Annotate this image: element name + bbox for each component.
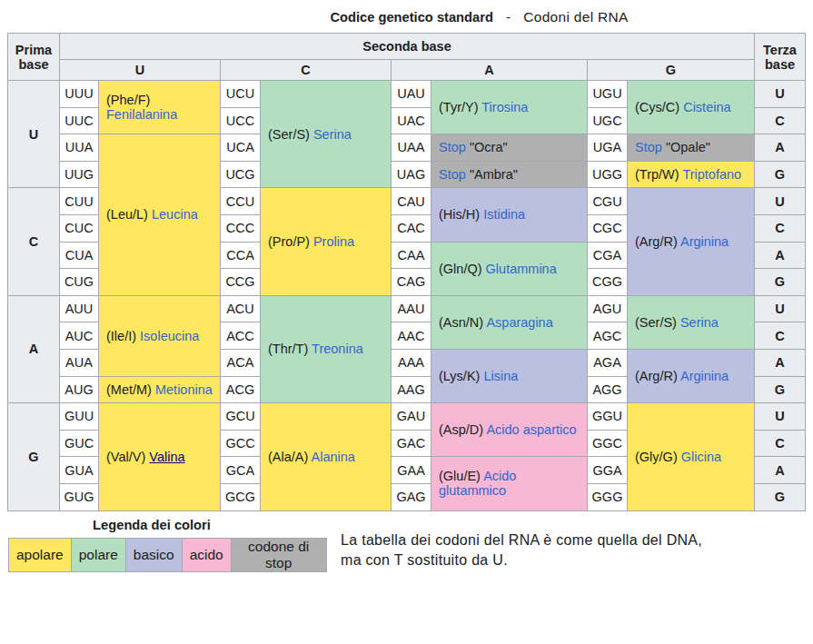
codon-CAC: CAC	[392, 214, 431, 242]
codon-CGU: CGU	[588, 188, 628, 215]
amino-prefix-cys: (Cys/C)	[635, 100, 679, 114]
amino-prefix-phe: (Phe/F)	[106, 93, 150, 107]
amino-link-isoleucina[interactable]: Isoleucina	[140, 329, 199, 343]
amino-cys: (Cys/C) Cisteina	[628, 81, 755, 134]
codon-AUG: AUG	[60, 376, 99, 403]
stop-link-ocra[interactable]: Stop	[439, 140, 466, 154]
amino-prefix-ser2: (Ser/S)	[635, 315, 677, 330]
amino-link-glicina[interactable]: Glicina	[681, 450, 721, 464]
stop-link-opale[interactable]: Stop	[635, 140, 662, 154]
codon-UCG: UCG	[221, 161, 261, 188]
amino-link-istidina[interactable]: Istidina	[483, 207, 525, 222]
amino-prefix-asn: (Asn/N)	[439, 315, 483, 330]
codon-AGG: AGG	[588, 376, 628, 403]
amino-prefix-gly: (Gly/G)	[635, 450, 678, 464]
codon-CUG: CUG	[60, 269, 99, 296]
amino-gly: (Gly/G) Glicina	[628, 403, 755, 510]
amino-link-serina-1[interactable]: Serina	[313, 127, 352, 142]
stop-label-opale: "Opale"	[666, 140, 710, 154]
codon-AGC: AGC	[588, 322, 628, 350]
amino-link-serina-2[interactable]: Serina	[680, 315, 719, 330]
codon-UUC: UUC	[60, 107, 99, 134]
codon-CCA: CCA	[221, 242, 261, 269]
codon-CAA: CAA	[392, 242, 431, 269]
codon-UGC: UGC	[588, 107, 628, 134]
codon-GUU: GUU	[60, 403, 99, 431]
amino-link-treonina[interactable]: Treonina	[312, 342, 363, 356]
page: Codice genetico standard - Codoni del RN…	[0, 0, 813, 644]
amino-link-glutammina[interactable]: Glutammina	[486, 262, 557, 276]
amino-link-arginina-1[interactable]: Arginina	[680, 234, 729, 249]
terza-base-G4: G	[755, 483, 806, 510]
codon-GGG: GGG	[588, 483, 628, 510]
legend-item-acido: acido	[182, 539, 231, 572]
codon-GAC: GAC	[392, 430, 431, 457]
terza-base-A3: A	[755, 349, 806, 376]
codon-UAC: UAC	[392, 107, 431, 134]
codon-AAU: AAU	[392, 295, 431, 322]
page-title: Codice genetico standard - Codoni del RN…	[0, 9, 813, 25]
header-second-A: A	[392, 60, 588, 81]
codon-UUG: UUG	[60, 161, 99, 188]
amino-link-asparagina[interactable]: Asparagina	[486, 315, 552, 330]
codon-CGC: CGC	[588, 214, 628, 242]
codon-CAG: CAG	[392, 269, 431, 296]
amino-thr: (Thr/T) Treonina	[261, 295, 392, 402]
amino-ser1: (Ser/S) Serina	[261, 81, 392, 188]
stop-link-ambra[interactable]: Stop	[439, 167, 466, 182]
amino-link-cisteina[interactable]: Cisteina	[683, 100, 730, 114]
stop-label-ocra: "Ocra"	[470, 140, 508, 154]
amino-link-triptofano[interactable]: Triptofano	[682, 167, 741, 182]
codon-UAU: UAU	[392, 81, 431, 108]
terza-base-U3: U	[755, 295, 806, 322]
header-second-U: U	[60, 60, 221, 81]
amino-link-arginina-2[interactable]: Arginina	[680, 369, 729, 383]
caption-line-2: ma con T sostituito da U.	[341, 550, 702, 570]
terza-base-A4: A	[755, 457, 806, 484]
amino-link-alanina[interactable]: Alanina	[312, 450, 355, 464]
amino-prefix-gln: (Gln/Q)	[439, 262, 482, 276]
amino-ser2: (Ser/S) Serina	[628, 295, 755, 349]
legend-item-codone-di-stop: codone di stop	[231, 539, 326, 572]
amino-link-leucina[interactable]: Leucina	[152, 207, 198, 222]
amino-phe: (Phe/F) Fenilalanina	[99, 81, 221, 134]
codon-AGA: AGA	[588, 349, 628, 376]
amino-ile: (Ile/I) Isoleucina	[99, 295, 221, 376]
codon-CCC: CCC	[221, 214, 261, 242]
terza-base-G1: G	[755, 161, 806, 188]
amino-link-valina[interactable]: Valina	[149, 450, 184, 464]
amino-prefix-ile: (Ile/I)	[106, 329, 136, 343]
amino-prefix-trp: (Trp/W)	[635, 167, 679, 182]
codon-GAG: GAG	[392, 483, 431, 510]
codon-GGC: GGC	[588, 430, 628, 457]
codon-GUG: GUG	[60, 483, 99, 510]
amino-his: (His/H) Istidina	[431, 188, 588, 242]
amino-tyr: (Tyr/Y) Tirosina	[431, 81, 588, 134]
codon-CUU: CUU	[60, 188, 99, 215]
amino-trp: (Trp/W) Triptofano	[628, 161, 755, 188]
codon-UAG: UAG	[392, 161, 431, 188]
codon-UGG: UGG	[588, 161, 628, 188]
codon-AUC: AUC	[60, 322, 99, 350]
legend-item-apolare: apolare	[9, 539, 72, 572]
amino-prefix-met: (Met/M)	[106, 382, 152, 397]
codon-CUC: CUC	[60, 214, 99, 242]
stop-ambra: Stop "Ambra"	[431, 161, 588, 188]
amino-prefix-thr: (Thr/T)	[268, 342, 308, 356]
legend-title: Legenda dei colori	[7, 518, 296, 532]
terza-base-A1: A	[755, 134, 806, 162]
amino-prefix-asp: (Asp/D)	[439, 422, 483, 437]
terza-base-U4: U	[755, 403, 806, 431]
amino-prefix-ser1: (Ser/S)	[268, 127, 310, 142]
amino-met: (Met/M) Metionina	[99, 376, 221, 403]
stop-label-ambra: "Ambra"	[470, 167, 518, 182]
color-legend: apolare polare basico acido codone di st…	[8, 538, 327, 572]
amino-link-metionina[interactable]: Metionina	[155, 382, 213, 397]
amino-link-prolina[interactable]: Prolina	[313, 234, 354, 249]
amino-link-fenilalanina[interactable]: Fenilalanina	[106, 107, 177, 122]
amino-link-tirosina[interactable]: Tirosina	[481, 100, 528, 114]
codon-UGU: UGU	[588, 81, 628, 108]
amino-link-acido-aspartico[interactable]: Acido aspartico	[486, 422, 576, 437]
amino-link-lisina[interactable]: Lisina	[483, 369, 518, 383]
codon-table: Prima base Seconda base Terza base U C A…	[7, 33, 806, 511]
